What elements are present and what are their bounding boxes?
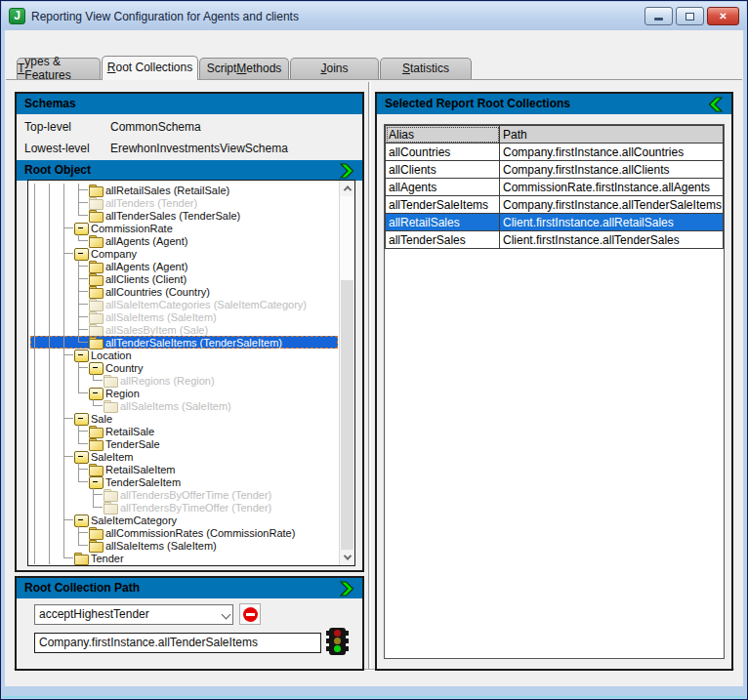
scrollbar-thumb[interactable] (341, 280, 353, 550)
alias-cell[interactable]: allCountries (386, 144, 500, 161)
tree-item[interactable]: allSaleItems (SaleItem) (30, 310, 338, 323)
tree-item[interactable]: allRegions (Region) (30, 374, 338, 387)
collection-row[interactable]: allCountriesCompany.firstInstance.allCou… (386, 144, 724, 161)
move-left-chevron-icon[interactable] (707, 96, 725, 113)
collapse-minus-icon[interactable] (74, 413, 87, 424)
tree-item[interactable]: Region (30, 387, 338, 399)
tree-item[interactable]: RetailSale (30, 425, 338, 437)
collapse-minus-icon[interactable] (74, 350, 87, 360)
tree-item[interactable]: allRetailSales (RetailSale) (30, 184, 338, 196)
collections-table: Alias Path allCountriesCompany.firstInst… (385, 125, 724, 249)
collapse-minus-icon[interactable] (89, 362, 102, 373)
collapse-minus-icon[interactable] (89, 388, 102, 398)
tree-item[interactable]: SaleItemCategory (30, 514, 338, 526)
tree-item[interactable]: Tender (30, 552, 338, 564)
tree-item[interactable]: Country (30, 361, 338, 374)
collection-row[interactable]: allAgentsCommissionRate.firstInstance.al… (386, 179, 724, 196)
tree-guide (30, 196, 45, 209)
tree-item[interactable]: allCountries (Country) (30, 285, 338, 298)
method-dropdown[interactable]: acceptHighestTender (34, 604, 233, 625)
collapse-minus-icon[interactable] (74, 451, 87, 462)
path-cell[interactable]: Client.firstInstance.allTenderSales (500, 231, 724, 249)
panel-splitter[interactable] (368, 82, 371, 669)
collapse-minus-icon[interactable] (89, 476, 102, 487)
tree-item[interactable]: allTendersByTimeOffer (Tender) (30, 501, 338, 514)
tree-item[interactable]: allTenderSaleItems (TenderSaleItem) (30, 336, 338, 349)
path-cell[interactable]: Company.firstInstance.allTenderSaleItems (500, 196, 724, 214)
folder-icon (89, 337, 102, 348)
collection-path-input[interactable]: Company.firstInstance.allTenderSaleItems (34, 633, 321, 653)
column-header-alias[interactable]: Alias (386, 126, 500, 144)
collection-row[interactable]: allTenderSaleItemsCompany.firstInstance.… (386, 196, 724, 214)
tree-connector (89, 399, 104, 412)
tree-item[interactable]: allCommissionRates (CommissionRate) (30, 526, 338, 539)
tab-script-methods[interactable]: Script Methods (199, 58, 289, 79)
collection-row[interactable]: allRetailSalesClient.firstInstance.allRe… (386, 214, 724, 231)
tree-item[interactable]: allSaleItems (SaleItem) (30, 399, 338, 412)
tree-connector (60, 349, 74, 361)
tree-guide (30, 437, 45, 450)
tab-root-collections[interactable]: Root Collections (102, 56, 198, 80)
alias-cell[interactable]: allClients (386, 161, 500, 179)
close-button[interactable]: ✕ (707, 7, 739, 25)
scroll-down-button[interactable] (340, 550, 354, 565)
move-right-chevron-icon[interactable] (338, 162, 355, 180)
collection-row[interactable]: allClientsCompany.firstInstance.allClien… (386, 161, 724, 179)
collapse-minus-icon[interactable] (74, 515, 87, 525)
tree-item-label: allTenderSaleItems (TenderSaleItem) (105, 337, 282, 349)
tree-item[interactable]: SaleItem (30, 450, 338, 463)
tab-joins[interactable]: Joins (290, 58, 379, 79)
tree-guide (30, 526, 45, 539)
folder-icon (104, 502, 116, 513)
tree-guide (30, 336, 45, 349)
tree-item[interactable]: CommissionRate (30, 222, 338, 234)
tree-item[interactable]: allAgents (Agent) (30, 260, 338, 272)
tab-types-features[interactable]: Types & Features (17, 58, 101, 79)
tree-item[interactable]: allSaleItemCategories (SaleItemCategory) (30, 298, 338, 310)
root-object-tree: allRetailSales (RetailSale)allTenders (T… (27, 180, 355, 566)
tree-item[interactable]: Sale (30, 412, 338, 425)
tree-item[interactable]: TenderSale (30, 437, 338, 450)
tree-item[interactable]: allClients (Client) (30, 272, 338, 285)
alias-cell[interactable]: allRetailSales (386, 214, 500, 231)
maximize-button[interactable] (676, 7, 704, 25)
tree-item[interactable]: Location (30, 349, 338, 361)
tree-item[interactable]: Company (30, 247, 338, 260)
path-cell[interactable]: Company.firstInstance.allClients (500, 161, 724, 179)
tree-item[interactable]: allAgents (Agent) (30, 234, 338, 247)
minimize-button[interactable] (644, 7, 673, 25)
scroll-up-button[interactable] (340, 181, 354, 196)
alias-cell[interactable]: allTenderSales (386, 231, 500, 249)
tree-item[interactable]: allSalesByItem (Sale) (30, 323, 338, 336)
alias-cell[interactable]: allAgents (386, 179, 500, 196)
tree-connector (89, 488, 104, 501)
tree-guide (45, 450, 60, 463)
alias-cell[interactable]: allTenderSaleItems (386, 196, 500, 214)
tree-scrollbar[interactable] (339, 181, 354, 565)
remove-method-button[interactable] (239, 603, 261, 625)
tab-statistics[interactable]: Statistics (380, 58, 472, 79)
tree-guide (60, 209, 74, 222)
tree-guide (45, 514, 60, 526)
tree-connector (74, 310, 89, 323)
title-bar[interactable]: J Reporting View Configuration for Agent… (2, 2, 746, 30)
tree-guide (60, 323, 74, 336)
move-right-chevron-icon[interactable] (338, 580, 355, 597)
tree-item[interactable]: TenderSaleItem (30, 475, 338, 488)
tree-guide (74, 399, 89, 412)
tree-item[interactable]: allSaleItems (SaleItem) (30, 539, 338, 552)
tree-item[interactable]: allTendersByOfferTime (Tender) (30, 488, 338, 501)
dialog-window: J Reporting View Configuration for Agent… (0, 0, 748, 700)
tree-item[interactable]: RetailSaleItem (30, 463, 338, 475)
path-cell[interactable]: CommissionRate.firstInstance.allAgents (500, 179, 724, 196)
folder-icon (89, 540, 102, 551)
collapse-minus-icon[interactable] (74, 248, 87, 259)
tree-item[interactable]: allTenders (Tender) (30, 196, 338, 209)
folder-icon (89, 426, 102, 436)
collection-row[interactable]: allTenderSalesClient.firstInstance.allTe… (386, 231, 724, 249)
path-cell[interactable]: Company.firstInstance.allCountries (500, 144, 724, 161)
tree-item[interactable]: allTenderSales (TenderSale) (30, 209, 338, 222)
column-header-path[interactable]: Path (500, 126, 724, 144)
path-cell[interactable]: Client.firstInstance.allRetailSales (500, 214, 724, 231)
collapse-minus-icon[interactable] (74, 223, 87, 233)
